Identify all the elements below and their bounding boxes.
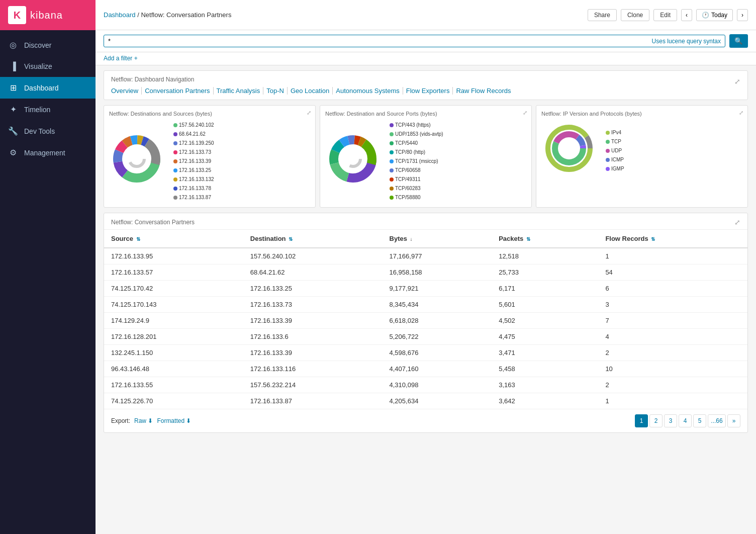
sidebar-item-dashboard[interactable]: ⊞ Dashboard [0,77,96,99]
devtools-icon: 🔧 [8,126,18,136]
cell-bytes: 9,177,921 [383,281,492,297]
clock-icon: 🕐 [702,12,709,19]
sidebar-item-visualize[interactable]: ▐ Visualize [0,56,96,77]
cell-bytes: 4,407,160 [383,361,492,377]
sidebar-item-discover[interactable]: ◎ Discover [0,34,96,56]
chart3-content: IPv4 TCP UDP ICMP IGMP [541,121,742,181]
prev-arrow[interactable]: ‹ [681,9,692,21]
share-button[interactable]: Share [588,9,617,21]
sidebar-nav: ◎ Discover ▐ Visualize ⊞ Dashboard ✦ Tim… [0,30,96,163]
cell-destination: 172.16.133.25 [243,281,383,297]
cell-flow-records: 6 [598,281,747,297]
table-panel: Netflow: Conversation Partners ⤢ Source … [104,213,748,433]
chart2-title: Netflow: Destination and Source Ports (b… [325,111,526,117]
logo: K kibana [0,0,96,30]
cell-destination: 172.16.133.87 [243,393,383,409]
cell-flow-records: 4 [598,329,747,345]
sidebar-item-devtools[interactable]: 🔧 Dev Tools [0,120,96,142]
page-5-button[interactable]: 5 [693,414,706,427]
chart1-content: 157.56.240.102 68.64.21.62 172.16.139.25… [109,121,310,202]
next-arrow[interactable]: › [737,9,748,21]
sidebar-label-management: Management [24,149,65,157]
page-4-button[interactable]: 4 [679,414,692,427]
table-row: 74.125.170.143 172.16.133.73 8,345,434 5… [104,297,747,313]
page-ellipsis-button[interactable]: ...66 [708,414,726,427]
sidebar-label-timelion: Timelion [24,106,50,114]
table-row: 132.245.1.150 172.16.133.39 4,598,676 3,… [104,345,747,361]
chart3-donut [541,121,602,181]
search-input[interactable] [108,37,652,45]
page-3-button[interactable]: 3 [664,414,677,427]
table-expand-icon[interactable]: ⤢ [734,218,740,226]
logo-icon: K [8,6,26,24]
svg-point-11 [133,155,141,163]
cell-packets: 25,733 [492,264,598,281]
page-next-button[interactable]: » [727,414,740,427]
chart2-expand-icon[interactable]: ⤢ [523,110,527,116]
searchbar: Uses lucene query syntax 🔍 [96,30,756,52]
cell-packets: 5,458 [492,361,598,377]
cell-destination: 172.16.133.116 [243,361,383,377]
chart1-expand-icon[interactable]: ⤢ [307,110,311,116]
dashboard-icon: ⊞ [8,83,18,93]
sidebar: K kibana ◎ Discover ▐ Visualize ⊞ Dashbo… [0,0,96,534]
cell-bytes: 16,958,158 [383,264,492,281]
chart3-expand-icon[interactable]: ⤢ [739,110,743,116]
cell-source: 172.16.128.201 [104,329,243,345]
cell-packets: 12,518 [492,248,598,264]
cell-source: 96.43.146.48 [104,361,243,377]
page-2-button[interactable]: 2 [649,414,663,427]
nav-link-geo[interactable]: Geo Location [288,87,333,95]
col-packets[interactable]: Packets ⇅ [492,230,598,248]
cell-source: 174.129.24.9 [104,313,243,329]
col-destination[interactable]: Destination ⇅ [243,230,383,248]
col-source[interactable]: Source ⇅ [104,230,243,248]
expand-icon[interactable]: ⤢ [734,77,740,85]
nav-link-raw-flow[interactable]: Raw Flow Records [453,87,514,95]
add-filter-button[interactable]: Add a filter + [104,55,138,62]
breadcrumb-link[interactable]: Dashboard [104,11,136,19]
pagination: 1 2 3 4 5 ...66 » [635,414,740,427]
nav-link-overview[interactable]: Overview [111,87,142,95]
content-area: Netflow: Dashboard Navigation ⤢ Overview… [96,65,756,534]
chart-ipversion: Netflow: IP Version and Protocols (bytes… [536,105,748,208]
page-1-button[interactable]: 1 [635,414,648,427]
sidebar-item-management[interactable]: ⚙ Management [0,142,96,163]
table-panel-header: Netflow: Conversation Partners ⤢ [104,213,747,230]
col-flow-records[interactable]: Flow Records ⇅ [598,230,747,248]
clone-button[interactable]: Clone [621,9,649,21]
cell-source: 172.16.133.57 [104,264,243,281]
cell-bytes: 5,206,722 [383,329,492,345]
nav-link-flow-exporters[interactable]: Flow Exporters [403,87,453,95]
sidebar-label-discover: Discover [24,41,51,49]
chart-ports: Netflow: Destination and Source Ports (b… [320,105,532,208]
chart1-donut [109,131,169,192]
search-button[interactable]: 🔍 [729,34,748,48]
nav-link-autonomous[interactable]: Autonomous Systems [333,87,403,95]
topbar-actions: Share Clone Edit ‹ 🕐 Today › [588,9,748,21]
nav-link-topn[interactable]: Top-N [263,87,288,95]
chart1-title: Netflow: Destinations and Sources (bytes… [109,111,310,117]
cell-flow-records: 1 [598,248,747,264]
table-row: 172.16.128.201 172.16.133.6 5,206,722 4,… [104,329,747,345]
export-label: Export: [111,417,130,424]
col-bytes[interactable]: Bytes ↓ [383,230,492,248]
timelion-icon: ✦ [8,105,18,114]
discover-icon: ◎ [8,40,18,50]
nav-link-conversation[interactable]: Conversation Partners [142,87,213,95]
breadcrumb-current: Netflow: Conversation Partners [141,11,231,19]
cell-flow-records: 10 [598,361,747,377]
cell-flow-records: 54 [598,264,747,281]
cell-packets: 3,642 [492,393,598,409]
table-row: 96.43.146.48 172.16.133.116 4,407,160 5,… [104,361,747,377]
export-formatted-link[interactable]: Formatted ⬇ [157,417,191,424]
table-row: 172.16.133.95 157.56.240.102 17,166,977 … [104,248,747,264]
sidebar-item-timelion[interactable]: ✦ Timelion [0,99,96,120]
nav-link-traffic[interactable]: Traffic Analysis [214,87,264,95]
today-button[interactable]: 🕐 Today [696,9,733,21]
edit-button[interactable]: Edit [653,9,677,21]
export-raw-link[interactable]: Raw ⬇ [134,417,153,424]
cell-source: 74.125.226.70 [104,393,243,409]
table-row: 74.125.170.42 172.16.133.25 9,177,921 6,… [104,281,747,297]
chart2-donut [325,131,386,192]
